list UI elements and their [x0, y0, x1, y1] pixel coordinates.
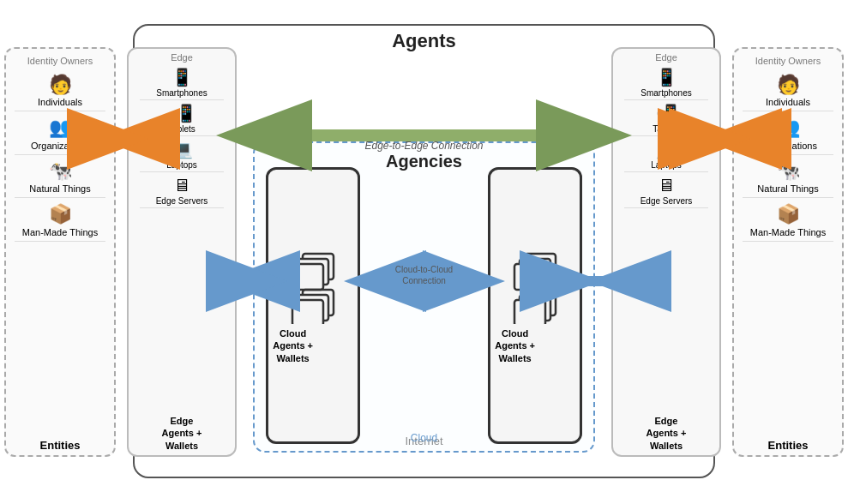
agencies-label: Agencies [386, 152, 462, 171]
cloud-stack-left [287, 247, 339, 324]
left-entity-individuals-label: Individuals [38, 97, 82, 107]
left-entity-organizations-label: Organizations [31, 141, 89, 151]
right-edge-panel: Edge 📱 Smartphones 📲 Tablets 💻 Laptops 🖥… [611, 47, 721, 457]
right-entity-manmade-label: Man-Made Things [750, 227, 826, 237]
manmade-icon-left: 📦 [49, 203, 72, 225]
left-entities-footer: Entities [40, 435, 81, 452]
right-entity-natural: 🐄 Natural Things [743, 160, 833, 198]
natural-icon-left: 🐄 [49, 160, 72, 183]
server-icon-left: 🖥 [173, 174, 190, 196]
cloud-stack-icon-right [509, 247, 561, 324]
natural-icon-right: 🐄 [777, 160, 800, 183]
left-entity-manmade: 📦 Man-Made Things [15, 203, 105, 241]
left-device-smartphones: 📱 Smartphones [140, 64, 225, 100]
cloud-to-cloud-label: Cloud-to-Cloud Connection [395, 264, 453, 286]
individual-icon-right: 🧑 [777, 74, 800, 96]
smartphone-icon-left: 📱 [171, 66, 193, 88]
cloud-agent-box-right: Cloud Agents + Wallets [488, 167, 582, 444]
left-entity-natural: 🐄 Natural Things [15, 160, 105, 198]
org-icon-right: 👥 [777, 117, 800, 139]
tablet-icon-right: 📲 [656, 102, 677, 124]
right-identity-owner-label: Identity Owners [755, 56, 821, 66]
right-device-smartphones-label: Smartphones [641, 88, 691, 98]
left-identity-owner-label: Identity Owners [27, 56, 93, 66]
right-device-servers: 🖥 Edge Servers [624, 172, 709, 208]
left-device-tablets: 📲 Tablets [140, 100, 225, 136]
svg-rect-8 [514, 264, 545, 290]
right-device-laptops: 💻 Laptops [624, 136, 709, 172]
right-entity-natural-label: Natural Things [757, 183, 818, 194]
server-icon-right: 🖥 [658, 174, 675, 196]
left-device-laptops: 💻 Laptops [140, 136, 225, 172]
right-entity-manmade: 📦 Man-Made Things [743, 203, 833, 241]
cloud-agent-box-left: Cloud Agents + Wallets [266, 167, 360, 444]
right-device-smartphones: 📱 Smartphones [624, 64, 709, 100]
right-edge-footer: Edge Agents + Wallets [647, 413, 687, 452]
left-edge-panel: Edge 📱 Smartphones 📲 Tablets 💻 Laptops 🖥… [127, 47, 237, 457]
laptop-icon-right: 💻 [656, 138, 677, 160]
left-entity-individuals: 🧑 Individuals [15, 74, 105, 111]
laptop-icon-left: 💻 [171, 138, 193, 160]
right-device-laptops-label: Laptops [651, 160, 682, 170]
right-edge-header: Edge [655, 52, 677, 63]
right-entity-organizations-label: Organizations [759, 141, 817, 151]
svg-rect-11 [514, 300, 545, 324]
left-device-servers-label: Edge Servers [156, 196, 208, 206]
left-cloud-agent-footer: Cloud Agents + Wallets [273, 327, 313, 364]
agents-label: Agents [392, 30, 456, 52]
tablet-icon-left: 📲 [171, 102, 193, 124]
left-entity-manmade-label: Man-Made Things [22, 227, 98, 237]
individual-icon-left: 🧑 [49, 74, 72, 96]
left-edge-header: Edge [171, 52, 193, 63]
svg-rect-2 [292, 264, 323, 290]
left-entity-natural-label: Natural Things [29, 183, 90, 194]
right-entities-footer: Entities [768, 435, 809, 452]
cloud-stack-right [509, 247, 561, 324]
right-entity-individuals-label: Individuals [766, 97, 810, 107]
diagram: Agents Internet Agencies Cloud Identity … [0, 0, 848, 504]
left-device-tablets-label: Tablets [168, 124, 195, 134]
right-cloud-agent-footer: Cloud Agents + Wallets [495, 327, 535, 364]
right-entity-organizations: 👥 Organizations [743, 117, 833, 154]
left-device-servers: 🖥 Edge Servers [140, 172, 225, 208]
left-edge-footer: Edge Agents + Wallets [162, 413, 202, 452]
cloud-stack-icon-left [287, 247, 339, 324]
left-identity-panel: Identity Owners 🧑 Individuals 👥 Organiza… [4, 47, 116, 457]
right-entity-individuals: 🧑 Individuals [743, 74, 833, 111]
right-identity-panel: Identity Owners 🧑 Individuals 👥 Organiza… [732, 47, 844, 457]
manmade-icon-right: 📦 [777, 203, 800, 225]
svg-rect-5 [292, 300, 323, 324]
org-icon-left: 👥 [49, 117, 72, 139]
left-entity-organizations: 👥 Organizations [15, 117, 105, 154]
left-device-laptops-label: Laptops [166, 160, 197, 170]
edge-to-edge-label: Edge-to-Edge Connection [364, 140, 483, 152]
right-device-servers-label: Edge Servers [641, 196, 693, 206]
right-device-tablets-label: Tablets [653, 124, 680, 134]
smartphone-icon-right: 📱 [656, 66, 677, 88]
left-device-smartphones-label: Smartphones [156, 88, 207, 98]
cloud-label: Cloud [411, 432, 437, 444]
right-device-tablets: 📲 Tablets [624, 100, 709, 136]
